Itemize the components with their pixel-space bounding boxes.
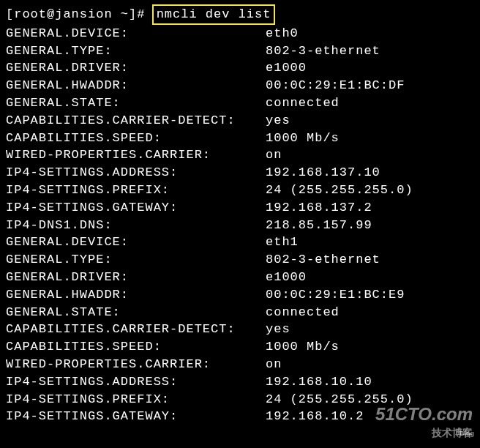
property-value: e1000	[266, 269, 307, 286]
property-label: IP4-DNS1.DNS:	[6, 217, 266, 234]
property-value: 192.168.137.10	[266, 164, 380, 182]
property-label: IP4-SETTINGS.PREFIX:	[6, 182, 266, 199]
watermark: 51CTO.com 技术博客 Blog	[375, 402, 473, 441]
property-label: GENERAL.HWADDR:	[6, 286, 266, 304]
property-label: GENERAL.TYPE:	[6, 251, 266, 269]
property-value: 1000 Mb/s	[266, 130, 340, 147]
property-label: GENERAL.DRIVER:	[6, 269, 266, 286]
output-row: IP4-SETTINGS.GATEWAY:192.168.137.2	[6, 199, 474, 217]
property-value: 802-3-ethernet	[266, 42, 380, 60]
output-row: CAPABILITIES.SPEED:1000 Mb/s	[6, 130, 474, 147]
property-label: IP4-SETTINGS.GATEWAY:	[6, 408, 266, 425]
property-value: yes	[266, 321, 290, 338]
output-row: GENERAL.DEVICE:eth0	[6, 25, 474, 42]
output-row: CAPABILITIES.CARRIER-DETECT:yes	[6, 321, 474, 338]
property-value: 802-3-ethernet	[266, 251, 380, 269]
property-value: 218.85.157.99	[266, 217, 372, 234]
property-label: GENERAL.DEVICE:	[6, 25, 266, 42]
output-row: GENERAL.DRIVER:e1000	[6, 269, 474, 286]
property-label: GENERAL.TYPE:	[6, 42, 266, 60]
property-value: 192.168.10.10	[266, 373, 372, 391]
property-label: IP4-SETTINGS.GATEWAY:	[6, 199, 266, 217]
output-row: IP4-SETTINGS.ADDRESS:192.168.137.10	[6, 164, 474, 182]
property-value: connected	[266, 94, 340, 112]
command-text: nmcli dev list	[157, 7, 271, 21]
property-label: CAPABILITIES.SPEED:	[6, 130, 266, 147]
property-label: IP4-SETTINGS.ADDRESS:	[6, 164, 266, 182]
property-label: WIRED-PROPERTIES.CARRIER:	[6, 146, 266, 164]
property-value: 1000 Mb/s	[266, 338, 340, 356]
property-label: CAPABILITIES.SPEED:	[6, 338, 266, 356]
output-row: GENERAL.HWADDR:00:0C:29:E1:BC:DF	[6, 77, 474, 94]
output-row: GENERAL.TYPE:802-3-ethernet	[6, 42, 474, 60]
output-row: IP4-SETTINGS.PREFIX:24 (255.255.255.0)	[6, 182, 474, 199]
property-value: e1000	[266, 59, 307, 77]
property-value: on	[266, 146, 282, 164]
property-label: GENERAL.STATE:	[6, 304, 266, 321]
output-row: CAPABILITIES.SPEED:1000 Mb/s	[6, 338, 474, 356]
property-value: 192.168.137.2	[266, 199, 372, 217]
output-row: GENERAL.STATE:connected	[6, 94, 474, 112]
property-label: GENERAL.DEVICE:	[6, 234, 266, 251]
watermark-sub: 技术博客 Blog	[375, 426, 473, 441]
output-row: GENERAL.TYPE:802-3-ethernet	[6, 251, 474, 269]
output-row: GENERAL.STATE:connected	[6, 304, 474, 321]
terminal-prompt-line[interactable]: [root@jansion ~]# nmcli dev list	[6, 4, 474, 25]
output-row: WIRED-PROPERTIES.CARRIER:on	[6, 356, 474, 373]
property-value: 192.168.10.2	[266, 408, 364, 425]
property-label: GENERAL.DRIVER:	[6, 59, 266, 77]
property-value: 24 (255.255.255.0)	[266, 182, 413, 199]
property-label: GENERAL.HWADDR:	[6, 77, 266, 94]
watermark-main: 51CTO.com	[375, 402, 473, 427]
command-highlight-box: nmcli dev list	[152, 4, 276, 25]
property-label: IP4-SETTINGS.ADDRESS:	[6, 373, 266, 391]
property-value: on	[266, 356, 282, 373]
property-label: GENERAL.STATE:	[6, 94, 266, 112]
property-label: CAPABILITIES.CARRIER-DETECT:	[6, 321, 266, 338]
output-row: CAPABILITIES.CARRIER-DETECT:yes	[6, 112, 474, 130]
property-label: WIRED-PROPERTIES.CARRIER:	[6, 356, 266, 373]
property-value: 00:0C:29:E1:BC:E9	[266, 286, 405, 304]
output-row: GENERAL.HWADDR:00:0C:29:E1:BC:E9	[6, 286, 474, 304]
shell-prompt: [root@jansion ~]#	[6, 6, 154, 23]
output-row: GENERAL.DEVICE:eth1	[6, 234, 474, 251]
property-value: connected	[266, 304, 340, 321]
property-value: eth0	[266, 25, 299, 42]
output-row: IP4-SETTINGS.ADDRESS:192.168.10.10	[6, 373, 474, 391]
property-label: CAPABILITIES.CARRIER-DETECT:	[6, 112, 266, 130]
property-value: yes	[266, 112, 290, 130]
property-value: 00:0C:29:E1:BC:DF	[266, 77, 405, 94]
output-row: GENERAL.DRIVER:e1000	[6, 59, 474, 77]
terminal-output: GENERAL.DEVICE:eth0GENERAL.TYPE:802-3-et…	[6, 25, 474, 425]
property-label: IP4-SETTINGS.PREFIX:	[6, 391, 266, 408]
output-row: IP4-DNS1.DNS:218.85.157.99	[6, 217, 474, 234]
property-value: eth1	[266, 234, 299, 251]
output-row: WIRED-PROPERTIES.CARRIER:on	[6, 146, 474, 164]
